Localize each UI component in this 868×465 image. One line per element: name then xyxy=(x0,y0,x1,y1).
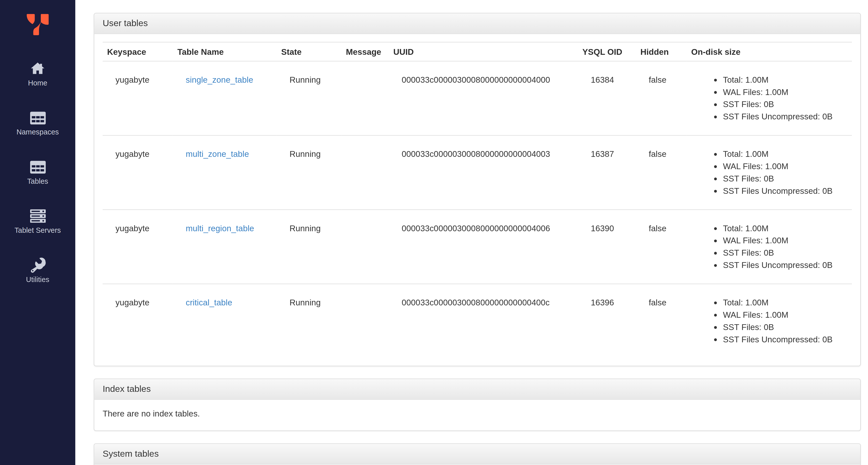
table-name-cell: critical_table xyxy=(173,284,277,358)
index-tables-panel: Index tables There are no index tables. xyxy=(94,379,861,431)
on-disk-size-cell: Total: 1.00M WAL Files: 1.00M SST Files:… xyxy=(687,210,852,284)
disk-size-item: SST Files Uncompressed: 0B xyxy=(723,185,847,197)
column-header-keyspace: Keyspace xyxy=(103,42,173,61)
hidden-cell: false xyxy=(636,61,687,135)
index-tables-panel-body: There are no index tables. xyxy=(94,400,860,430)
disk-size-item: WAL Files: 1.00M xyxy=(723,86,847,98)
sidebar-nav: Home Namespaces Tables xyxy=(0,61,75,307)
column-header-message: Message xyxy=(341,42,389,61)
message-cell xyxy=(341,136,389,210)
hidden-cell: false xyxy=(636,210,687,284)
hidden-cell: false xyxy=(636,136,687,210)
on-disk-size-list: Total: 1.00M WAL Files: 1.00M SST Files:… xyxy=(700,148,847,197)
keyspace-cell: yugabyte xyxy=(103,136,173,210)
disk-size-item: SST Files Uncompressed: 0B xyxy=(723,259,847,271)
table-header-row: Keyspace Table Name State Message UUID Y… xyxy=(103,42,852,61)
table-name-cell: multi_zone_table xyxy=(173,136,277,210)
home-icon xyxy=(30,61,45,77)
tables-icon xyxy=(30,159,45,175)
column-header-uuid: UUID xyxy=(389,42,578,61)
keyspace-cell: yugabyte xyxy=(103,284,173,358)
uuid-cell: 000033c0000030008000000000004003 xyxy=(389,136,578,210)
sidebar: Home Namespaces Tables xyxy=(0,0,75,465)
sidebar-item-home[interactable]: Home xyxy=(0,61,75,88)
state-cell: Running xyxy=(277,61,342,135)
panel-title: Index tables xyxy=(103,383,852,395)
on-disk-size-cell: Total: 1.00M WAL Files: 1.00M SST Files:… xyxy=(687,136,852,210)
uuid-cell: 000033c0000030008000000000004000 xyxy=(389,61,578,135)
on-disk-size-list: Total: 1.00M WAL Files: 1.00M SST Files:… xyxy=(700,296,847,345)
table-row: yugabyte critical_table Running 000033c0… xyxy=(103,284,852,358)
table-row: yugabyte multi_zone_table Running 000033… xyxy=(103,136,852,210)
message-cell xyxy=(341,210,389,284)
user-tables-panel-heading: User tables xyxy=(94,13,860,34)
no-index-tables-message: There are no index tables. xyxy=(103,407,852,423)
column-header-hidden: Hidden xyxy=(636,42,687,61)
tablet-servers-icon xyxy=(30,208,45,224)
on-disk-size-cell: Total: 1.00M WAL Files: 1.00M SST Files:… xyxy=(687,284,852,358)
table-name-link[interactable]: multi_region_table xyxy=(186,223,254,233)
on-disk-size-cell: Total: 1.00M WAL Files: 1.00M SST Files:… xyxy=(687,61,852,135)
panel-title: System tables xyxy=(103,448,852,460)
message-cell xyxy=(341,284,389,358)
uuid-cell: 000033c000003000800000000000400c xyxy=(389,284,578,358)
sidebar-item-label: Home xyxy=(28,79,47,88)
sidebar-item-label: Tables xyxy=(27,177,48,186)
system-tables-panel-heading: System tables xyxy=(94,444,860,465)
sidebar-item-namespaces[interactable]: Namespaces xyxy=(0,110,75,137)
ysql-oid-cell: 16387 xyxy=(578,136,636,210)
table-name-link[interactable]: critical_table xyxy=(186,298,232,307)
disk-size-item: WAL Files: 1.00M xyxy=(723,309,847,321)
column-header-table-name: Table Name xyxy=(173,42,277,61)
disk-size-item: Total: 1.00M xyxy=(723,74,847,86)
on-disk-size-list: Total: 1.00M WAL Files: 1.00M SST Files:… xyxy=(700,222,847,271)
table-row: yugabyte multi_region_table Running 0000… xyxy=(103,210,852,284)
state-cell: Running xyxy=(277,136,342,210)
disk-size-item: SST Files: 0B xyxy=(723,247,847,259)
state-cell: Running xyxy=(277,210,342,284)
yugabyte-logo-icon xyxy=(25,14,51,35)
keyspace-cell: yugabyte xyxy=(103,210,173,284)
main-content: User tables Keyspace Table Name State xyxy=(75,0,868,465)
sidebar-item-label: Utilities xyxy=(26,275,49,284)
state-cell: Running xyxy=(277,284,342,358)
on-disk-size-list: Total: 1.00M WAL Files: 1.00M SST Files:… xyxy=(700,74,847,123)
disk-size-item: SST Files: 0B xyxy=(723,172,847,185)
disk-size-item: SST Files: 0B xyxy=(723,98,847,111)
column-header-on-disk-size: On-disk size xyxy=(687,42,852,61)
column-header-ysql-oid: YSQL OID xyxy=(578,42,636,61)
table-name-cell: multi_region_table xyxy=(173,210,277,284)
disk-size-item: SST Files Uncompressed: 0B xyxy=(723,333,847,346)
uuid-cell: 000033c0000030008000000000004006 xyxy=(389,210,578,284)
keyspace-cell: yugabyte xyxy=(103,61,173,135)
disk-size-item: WAL Files: 1.00M xyxy=(723,160,847,172)
sidebar-item-tablet-servers[interactable]: Tablet Servers xyxy=(0,208,75,235)
utilities-icon xyxy=(30,257,45,273)
sidebar-item-label: Tablet Servers xyxy=(14,226,61,235)
table-name-cell: single_zone_table xyxy=(173,61,277,135)
sidebar-item-label: Namespaces xyxy=(17,128,59,137)
disk-size-item: Total: 1.00M xyxy=(723,148,847,161)
yugabyte-master-ui: Home Namespaces Tables xyxy=(0,0,868,465)
disk-size-item: WAL Files: 1.00M xyxy=(723,234,847,247)
disk-size-item: SST Files Uncompressed: 0B xyxy=(723,111,847,123)
ysql-oid-cell: 16384 xyxy=(578,61,636,135)
message-cell xyxy=(341,61,389,135)
system-tables-panel: System tables Keyspace Table Name State … xyxy=(94,443,861,465)
column-header-state: State xyxy=(277,42,342,61)
sidebar-item-tables[interactable]: Tables xyxy=(0,159,75,186)
hidden-cell: false xyxy=(636,284,687,358)
user-tables-panel: User tables Keyspace Table Name State xyxy=(94,13,861,366)
disk-size-item: Total: 1.00M xyxy=(723,296,847,309)
table-name-link[interactable]: single_zone_table xyxy=(186,75,253,84)
panel-title: User tables xyxy=(103,18,852,29)
user-tables-panel-body: Keyspace Table Name State Message UUID Y… xyxy=(94,34,860,366)
table-name-link[interactable]: multi_zone_table xyxy=(186,149,249,158)
user-tables-table: Keyspace Table Name State Message UUID Y… xyxy=(103,42,852,358)
table-row: yugabyte single_zone_table Running 00003… xyxy=(103,61,852,135)
disk-size-item: SST Files: 0B xyxy=(723,321,847,333)
ysql-oid-cell: 16390 xyxy=(578,210,636,284)
index-tables-panel-heading: Index tables xyxy=(94,379,860,400)
sidebar-item-utilities[interactable]: Utilities xyxy=(0,257,75,284)
namespaces-icon xyxy=(30,110,45,126)
